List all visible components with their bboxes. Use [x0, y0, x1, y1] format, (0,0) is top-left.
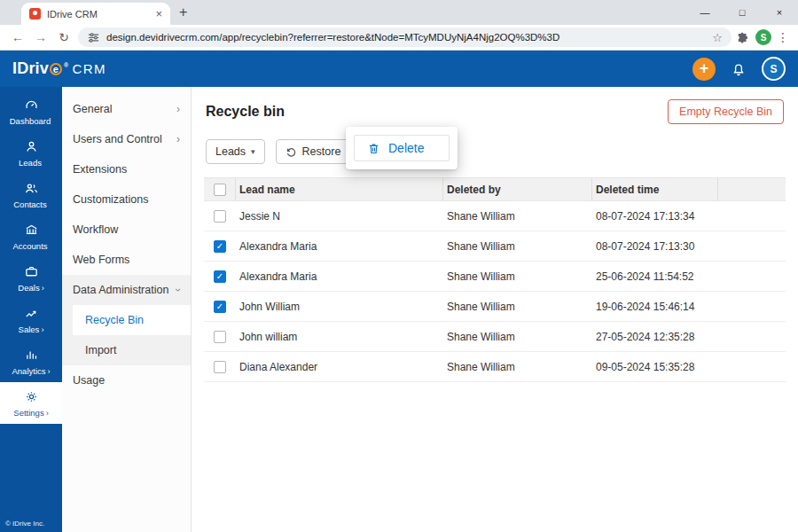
deleted-by-cell: Shane William: [443, 240, 592, 253]
restore-label: Restore: [302, 145, 341, 158]
deleted-time-cell: 19-06-2024 15:46:14: [592, 301, 718, 313]
reload-icon[interactable]: ↻: [55, 30, 73, 44]
lead-name-cell: Diana Alexander: [236, 361, 443, 373]
empty-recycle-bin-button[interactable]: Empty Recycle Bin: [668, 99, 784, 124]
deleted-time-cell: 08-07-2024 17:13:30: [592, 240, 718, 253]
extensions-puzzle-icon[interactable]: [737, 31, 750, 44]
nav-item-data-administration[interactable]: Data Administration ›: [62, 275, 191, 305]
row-checkbox[interactable]: [214, 301, 226, 313]
nav-item-recycle-bin[interactable]: Recycle Bin: [73, 305, 191, 335]
sidebar-item-dashboard[interactable]: Dashboard: [0, 90, 62, 132]
page-title: Recycle bin: [206, 104, 285, 120]
maximize-button[interactable]: □: [724, 0, 761, 25]
row-checkbox[interactable]: [214, 240, 226, 253]
nav-item-workflow[interactable]: Workflow: [62, 215, 191, 245]
accounts-building-icon: [24, 223, 39, 238]
main-content: Recycle bin Empty Recycle Bin Leads ▾ Re…: [192, 87, 798, 532]
copyright-text: © IDrive Inc.: [5, 520, 44, 528]
logo-text: IDriv: [12, 59, 49, 78]
header-deleted-time: Deleted time: [592, 178, 718, 200]
row-checkbox[interactable]: [214, 210, 226, 223]
settings-gear-icon: [24, 389, 39, 404]
browser-menu-icon[interactable]: ⋮: [777, 30, 789, 44]
tab-title: IDrive CRM: [47, 9, 149, 20]
lead-name-cell: Alexandra Maria: [236, 270, 443, 283]
tab-close-icon[interactable]: ×: [155, 7, 162, 20]
recycle-bin-table: Lead name Deleted by Deleted time Jessie…: [204, 177, 786, 382]
nav-label: Extensions: [73, 163, 127, 176]
site-settings-icon[interactable]: [87, 31, 100, 44]
idrive-favicon: [29, 8, 41, 20]
rail-chevron: ›: [46, 409, 49, 418]
contacts-people-icon: [24, 181, 39, 196]
nav-label: Data Administration: [73, 284, 168, 296]
nav-item-general[interactable]: General ›: [62, 94, 191, 124]
lead-name-cell: Alexandra Maria: [236, 240, 443, 253]
sidebar-item-accounts[interactable]: Accounts: [0, 215, 62, 257]
row-checkbox[interactable]: [214, 331, 226, 343]
table-header-row: Lead name Deleted by Deleted time: [204, 177, 786, 201]
url-text[interactable]: design.devidrivecrm.com/app/recyclebin?r…: [106, 32, 706, 43]
restore-button[interactable]: Restore: [276, 139, 351, 164]
back-icon[interactable]: ←: [9, 30, 27, 44]
sidebar-item-sales[interactable]: Sales›: [0, 299, 62, 340]
lead-name-cell: Jessie N: [236, 210, 443, 223]
sidebar-item-contacts[interactable]: Contacts: [0, 174, 62, 215]
nav-label: Customizations: [73, 193, 148, 206]
sidebar-item-settings[interactable]: Settings›: [0, 382, 62, 424]
deleted-time-cell: 09-05-2024 15:35:28: [592, 361, 718, 373]
page-header: Recycle bin Empty Recycle Bin: [204, 87, 786, 129]
browser-tab[interactable]: IDrive CRM ×: [21, 3, 170, 25]
deals-briefcase-icon: [24, 264, 39, 279]
new-tab-button[interactable]: +: [179, 4, 187, 20]
table-row: Jessie N Shane William 08-07-2024 17:13:…: [204, 201, 786, 231]
row-checkbox[interactable]: [214, 361, 226, 373]
caret-down-icon: ▾: [251, 147, 255, 156]
sidebar-item-analytics[interactable]: Analytics›: [0, 340, 62, 382]
browser-profile-avatar[interactable]: S: [755, 29, 771, 45]
nav-label: Web Forms: [73, 254, 129, 266]
table-row: John William Shane William 19-06-2024 15…: [204, 292, 786, 322]
delete-menu-popup: Delete: [346, 127, 458, 169]
nav-label: Users and Control: [73, 133, 162, 145]
table-row: Alexandra Maria Shane William 25-06-2024…: [204, 262, 786, 292]
header-actions: + S: [692, 57, 786, 81]
minimize-button[interactable]: —: [686, 0, 724, 25]
browser-address-bar: ← → ↻ design.devidrivecrm.com/app/recycl…: [0, 25, 798, 51]
app-body: Dashboard Leads Contacts Accounts Deals›: [0, 87, 798, 532]
nav-item-customizations[interactable]: Customizations: [62, 184, 191, 215]
deleted-by-cell: Shane William: [443, 361, 592, 373]
recycle-bin-toolbar: Leads ▾ Restore Delete: [206, 138, 784, 165]
nav-item-usage[interactable]: Usage: [62, 365, 191, 395]
module-filter-dropdown[interactable]: Leads ▾: [206, 139, 265, 164]
app-logo: IDrive®CRM: [12, 59, 106, 78]
nav-item-web-forms[interactable]: Web Forms: [62, 245, 191, 275]
lead-name-cell: John William: [236, 301, 443, 313]
chevron-down-icon: ›: [172, 288, 184, 292]
rail-label: Deals: [18, 283, 39, 293]
nav-item-import[interactable]: Import: [62, 335, 191, 365]
notifications-bell-icon[interactable]: [731, 61, 747, 77]
forward-icon[interactable]: →: [32, 30, 50, 44]
nav-item-extensions[interactable]: Extensions: [62, 154, 191, 184]
rail-label: Sales: [19, 325, 40, 334]
row-checkbox[interactable]: [214, 270, 226, 283]
user-avatar[interactable]: S: [762, 57, 786, 81]
module-sidebar: Dashboard Leads Contacts Accounts Deals›: [0, 87, 62, 532]
bookmark-star-icon[interactable]: ☆: [712, 31, 723, 44]
sales-trend-icon: [24, 306, 39, 321]
rail-label: Accounts: [12, 241, 47, 251]
sidebar-item-deals[interactable]: Deals›: [0, 257, 62, 299]
close-button[interactable]: ×: [761, 0, 798, 25]
leads-person-icon: [24, 139, 39, 154]
rail-chevron: ›: [42, 284, 44, 293]
url-input[interactable]: design.devidrivecrm.com/app/recyclebin?r…: [78, 27, 732, 47]
select-all-checkbox[interactable]: [214, 184, 226, 196]
browser-tabstrip: IDrive CRM × + — □ ×: [0, 0, 798, 25]
rail-chevron: ›: [41, 325, 43, 334]
header-deleted-by: Deleted by: [443, 178, 592, 200]
quick-add-button[interactable]: +: [692, 58, 716, 81]
delete-menu-item[interactable]: Delete: [354, 135, 450, 161]
nav-item-users-and-control[interactable]: Users and Control ›: [62, 124, 191, 154]
sidebar-item-leads[interactable]: Leads: [0, 132, 62, 174]
